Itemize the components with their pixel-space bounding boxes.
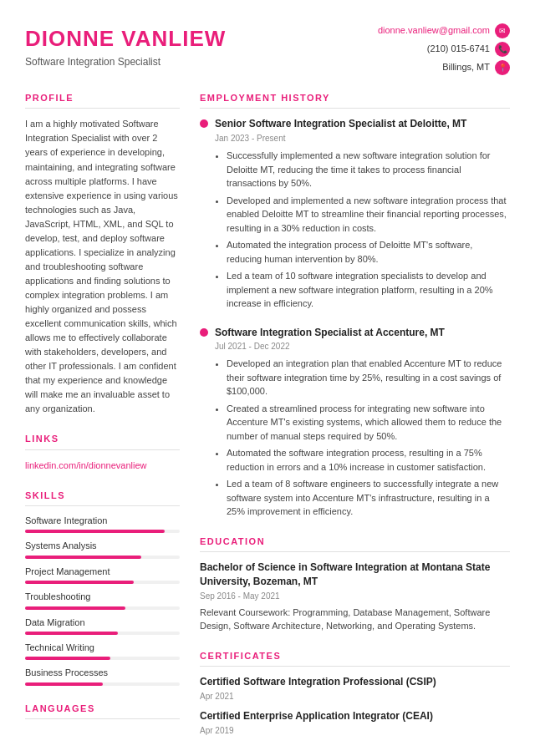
skill-item: Project Management <box>25 566 180 584</box>
skill-name: Systems Analysis <box>25 540 180 552</box>
skill-bar-fill <box>25 606 125 610</box>
skill-name: Data Migration <box>25 616 180 629</box>
email-link[interactable]: dionne.vanliew@gmail.com <box>378 24 490 37</box>
languages-title: LANGUAGES <box>25 703 180 719</box>
bullet-item: Created a streamlined process for integr… <box>227 402 510 444</box>
certificates-title: CERTIFICATES <box>200 650 510 667</box>
header: DIONNE VANLIEW Software Integration Spec… <box>0 0 535 92</box>
skill-bar-bg <box>25 530 180 533</box>
skills-list: Software Integration Systems Analysis Pr… <box>25 515 180 686</box>
education-section: EDUCATION Bachelor of Science in Softwar… <box>200 535 510 633</box>
right-column: EMPLOYMENT HISTORY Senior Software Integ… <box>200 92 510 756</box>
skill-item: Business Processes <box>25 667 180 685</box>
job-dot <box>200 328 208 337</box>
bullet-item: Automated the software integration proce… <box>227 446 510 474</box>
bullet-item: Led a team of 10 software integration sp… <box>227 269 510 311</box>
skill-item: Technical Writing <box>25 642 180 660</box>
job-item: Senior Software Integration Specialist a… <box>200 117 510 310</box>
education-title: EDUCATION <box>200 535 510 552</box>
left-column: PROFILE I am a highly motivated Software… <box>25 92 180 756</box>
skill-bar-bg <box>25 632 180 635</box>
job-date: Jul 2021 - Dec 2022 <box>215 341 510 353</box>
job-header: Senior Software Integration Specialist a… <box>200 117 510 131</box>
email-icon: ✉ <box>495 23 510 38</box>
profile-text: I am a highly motivated Software Integra… <box>25 117 180 416</box>
job-title: Senior Software Integration Specialist a… <box>215 117 466 131</box>
linkedin-link[interactable]: linkedin.com/in/dionnevanliew <box>25 460 147 470</box>
edu-coursework: Relevant Coursework: Programming, Databa… <box>200 606 510 633</box>
languages-section: LANGUAGES <box>25 703 180 719</box>
phone-text: (210) 015-6741 <box>427 43 490 55</box>
skill-item: Troubleshooting <box>25 591 180 609</box>
job-bullets: Successfully implemented a new software … <box>218 149 510 311</box>
job-title: Software Integration Specialist at Accen… <box>215 326 445 340</box>
skill-bar-bg <box>25 581 180 584</box>
bullet-item: Automated the integration process of Del… <box>227 238 510 266</box>
cert-title: Certified Enterprise Application Integra… <box>200 709 510 723</box>
location-icon: 📍 <box>495 60 510 75</box>
cert-title: Certified Software Integration Professio… <box>200 675 510 689</box>
skill-bar-fill <box>25 657 110 660</box>
links-section: LINKS linkedin.com/in/dionnevanliew <box>25 433 180 472</box>
jobs-list: Senior Software Integration Specialist a… <box>200 117 510 519</box>
cert-date: Apr 2021 <box>200 691 510 703</box>
location-row: Billings, MT 📍 <box>378 60 510 75</box>
phone-row: (210) 015-6741 📞 <box>378 42 510 57</box>
bullet-item: Led a team of 8 software engineers to su… <box>227 477 510 519</box>
profile-section: PROFILE I am a highly motivated Software… <box>25 92 180 416</box>
resume-page: DIONNE VANLIEW Software Integration Spec… <box>0 0 535 756</box>
skill-name: Project Management <box>25 566 180 578</box>
skill-bar-fill <box>25 632 118 635</box>
skill-name: Technical Writing <box>25 642 180 654</box>
skill-bar-bg <box>25 657 180 660</box>
bullet-item: Developed an integration plan that enabl… <box>227 357 510 398</box>
skill-bar-bg <box>25 682 180 686</box>
cert-item: Certified Enterprise Application Integra… <box>200 709 510 737</box>
cert-item: Certified Software Integration Professio… <box>200 675 510 703</box>
job-bullets: Developed an integration plan that enabl… <box>218 357 510 519</box>
candidate-name: DIONNE VANLIEW <box>25 23 226 53</box>
cert-date: Apr 2019 <box>200 725 510 737</box>
skill-bar-bg <box>25 606 180 610</box>
location-text: Billings, MT <box>442 61 490 74</box>
header-left: DIONNE VANLIEW Software Integration Spec… <box>25 23 226 69</box>
skill-item: Data Migration <box>25 616 180 635</box>
header-right: dionne.vanliew@gmail.com ✉ (210) 015-674… <box>378 23 510 75</box>
certs-list: Certified Software Integration Professio… <box>200 675 510 737</box>
links-title: LINKS <box>25 433 180 449</box>
skill-item: Software Integration <box>25 515 180 533</box>
skills-title: SKILLS <box>25 490 180 506</box>
job-dot <box>200 119 208 128</box>
email-row: dionne.vanliew@gmail.com ✉ <box>378 23 510 38</box>
candidate-title: Software Integration Specialist <box>25 55 226 69</box>
edu-date: Sep 2016 - May 2021 <box>200 591 510 602</box>
skill-name: Software Integration <box>25 515 180 527</box>
skill-bar-fill <box>25 682 103 686</box>
skill-bar-bg <box>25 556 180 559</box>
skill-bar-fill <box>25 556 141 559</box>
skill-bar-fill <box>25 530 165 533</box>
edu-degree: Bachelor of Science in Software Integrat… <box>200 561 510 589</box>
job-item: Software Integration Specialist at Accen… <box>200 326 510 519</box>
profile-title: PROFILE <box>25 92 180 109</box>
skill-name: Business Processes <box>25 667 180 679</box>
employment-title: EMPLOYMENT HISTORY <box>200 92 510 109</box>
bullet-item: Successfully implemented a new software … <box>227 149 510 190</box>
skill-name: Troubleshooting <box>25 591 180 603</box>
employment-section: EMPLOYMENT HISTORY Senior Software Integ… <box>200 92 510 519</box>
phone-icon: 📞 <box>495 42 510 57</box>
bullet-item: Developed and implemented a new software… <box>227 194 510 236</box>
skill-item: Systems Analysis <box>25 540 180 558</box>
job-date: Jan 2023 - Present <box>215 133 510 145</box>
certificates-section: CERTIFICATES Certified Software Integrat… <box>200 650 510 737</box>
skill-bar-fill <box>25 581 134 584</box>
main-content: PROFILE I am a highly motivated Software… <box>0 92 535 756</box>
job-header: Software Integration Specialist at Accen… <box>200 326 510 340</box>
skills-section: SKILLS Software Integration Systems Anal… <box>25 490 180 686</box>
